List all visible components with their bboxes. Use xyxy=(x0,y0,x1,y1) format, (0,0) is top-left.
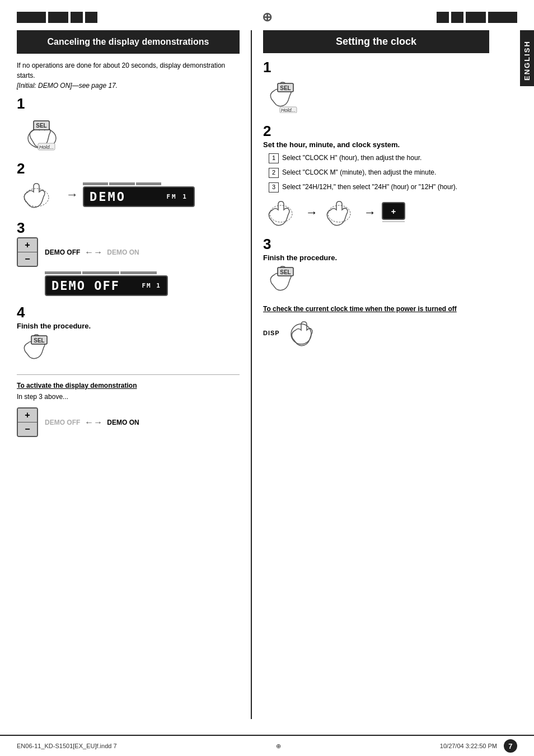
right-inner: ENGLISH Setting the clock 1 SEL Hold... … xyxy=(263,30,517,348)
right-step-3: 3 Finish the procedure. SEL xyxy=(263,237,489,297)
right-column: ENGLISH Setting the clock 1 SEL Hold... … xyxy=(252,30,517,719)
bar-block xyxy=(451,12,463,23)
right-step-3-text: Finish the procedure. xyxy=(263,253,489,262)
top-bar: ⊕ xyxy=(0,0,534,30)
toggle-arrow-icon: ←→ xyxy=(85,247,102,257)
display-demo-text: DEMO xyxy=(90,190,126,204)
intro-text: If no operations are done for about 20 s… xyxy=(17,60,240,91)
disp-label: DISP xyxy=(263,330,280,336)
bottom-bar-right-text: 10/27/04 3:22:50 PM xyxy=(440,743,497,749)
plus-button[interactable]: + xyxy=(18,238,37,252)
sub-steps: 1 Select "CLOCK H" (hour), then adjust t… xyxy=(269,153,489,192)
activate-demo-off: DEMO OFF xyxy=(45,419,80,426)
svg-text:SEL: SEL xyxy=(36,123,46,129)
display-fm-label-2: FM 1 xyxy=(142,282,162,289)
left-section-title: Canceling the display demonstrations xyxy=(17,30,240,54)
sub-step-2-num: 2 xyxy=(269,168,279,178)
demo-toggle: DEMO OFF ←→ DEMO ON xyxy=(45,247,139,257)
sub-step-1-text: Select "CLOCK H" (hour), then adjust the… xyxy=(282,153,421,163)
right-step-3-num: 3 xyxy=(263,237,489,251)
step-1: 1 SEL Hold... xyxy=(17,96,240,152)
left-divider xyxy=(17,374,240,375)
main-content: Canceling the display demonstrations If … xyxy=(0,30,534,719)
bar-block xyxy=(71,12,83,23)
clock-hand-svg-1 xyxy=(263,197,302,228)
sub-step-2-text: Select "CLOCK M" (minute), then adjust t… xyxy=(282,168,436,178)
right-step-2-num: 2 xyxy=(263,124,489,138)
bar-block xyxy=(488,12,517,23)
svg-text:SEL: SEL xyxy=(280,269,291,275)
display-fm-label: FM 1 xyxy=(167,193,189,200)
right-step-1-sel-illustration: SEL Hold... xyxy=(263,77,308,113)
left-column: Canceling the display demonstrations If … xyxy=(17,30,252,719)
demo-on-label: DEMO ON xyxy=(107,248,139,256)
sub-step-3: 3 Select "24H/12H," then select "24H" (h… xyxy=(269,182,489,192)
svg-text:Hold...: Hold... xyxy=(281,107,296,113)
sub-step-3-text: Select "24H/12H," then select "24H" (hou… xyxy=(282,182,457,192)
center-cross-icon: ⊕ xyxy=(262,10,272,25)
right-section-title: Setting the clock xyxy=(263,30,489,53)
clock-arrow-1: → xyxy=(306,205,318,220)
right-step-1-num: 1 xyxy=(263,60,489,74)
bar-block xyxy=(48,12,68,23)
bottom-bar: EN06-11_KD-S1501[EX_EU]f.indd 7 ⊕ 10/27/… xyxy=(0,735,534,756)
bar-block xyxy=(17,12,46,23)
svg-point-5 xyxy=(24,189,49,206)
step-4-sel-illustration: SEL xyxy=(17,330,62,364)
step-2-arrow: → xyxy=(66,187,78,202)
display-demo-off-text: DEMO OFF xyxy=(51,279,120,293)
demo-off-label: DEMO OFF xyxy=(45,248,80,256)
clock-hands-row: → → + xyxy=(263,197,489,228)
activate-plus-minus: + − xyxy=(17,407,38,437)
svg-text:SEL: SEL xyxy=(280,85,291,91)
activate-demo-toggle: DEMO OFF ←→ DEMO ON xyxy=(45,417,139,428)
right-step-3-sel-illustration: SEL xyxy=(263,262,308,295)
plus-minus-buttons: + − xyxy=(17,237,38,267)
svg-text:+: + xyxy=(391,207,396,216)
step-4-text: Finish the procedure. xyxy=(17,322,240,330)
step-2-illustration: → DEMO FM 1 xyxy=(17,178,240,212)
top-bar-right xyxy=(437,12,517,23)
bottom-bar-left-text: EN06-11_KD-S1501[EX_EU]f.indd 7 xyxy=(17,743,117,749)
right-step-1: 1 SEL Hold... xyxy=(263,60,489,115)
activate-section: To activate the display demonstration In… xyxy=(17,382,240,437)
right-step-2-heading: Set the hour, minute, and clock system. xyxy=(263,140,489,149)
sub-step-1: 1 Select "CLOCK H" (hour), then adjust t… xyxy=(269,153,489,163)
sub-step-1-num: 1 xyxy=(269,153,279,163)
activate-toggle-arrow: ←→ xyxy=(85,417,102,428)
step-4-num: 4 xyxy=(17,305,240,320)
sub-step-2: 2 Select "CLOCK M" (minute), then adjust… xyxy=(269,168,489,178)
activate-demo-on: DEMO ON xyxy=(107,419,139,426)
step-1-hand-illustration: SEL Hold... xyxy=(17,113,67,152)
step-4: 4 Finish the procedure. SEL xyxy=(17,305,240,365)
bar-block xyxy=(85,12,97,23)
activate-plus-btn[interactable]: + xyxy=(18,408,37,422)
step-1-num: 1 xyxy=(17,96,240,111)
check-heading: To check the current clock time when the… xyxy=(263,305,489,313)
bar-block xyxy=(437,12,449,23)
clock-arrow-2: → xyxy=(364,205,376,220)
page-number: 7 xyxy=(504,739,517,753)
clock-display-svg: + xyxy=(380,197,407,228)
activate-heading: To activate the display demonstration xyxy=(17,382,240,389)
disp-button-illustration xyxy=(284,317,318,348)
step-3-num: 3 xyxy=(17,220,240,235)
sub-step-3-num: 3 xyxy=(269,182,279,192)
bar-block xyxy=(466,12,486,23)
step-1-sel-wrap: SEL Hold... xyxy=(17,113,240,152)
check-section: To check the current clock time when the… xyxy=(263,305,489,348)
step-3: 3 + − DEMO OFF ←→ DEMO ON xyxy=(17,220,240,296)
step-2-hand-svg xyxy=(17,178,62,212)
activate-minus-btn[interactable]: − xyxy=(18,422,37,436)
step-2-num: 2 xyxy=(17,161,240,176)
clock-hand-svg-2 xyxy=(321,197,360,228)
right-step-2: 2 Set the hour, minute, and clock system… xyxy=(263,124,489,228)
top-bar-left xyxy=(17,12,97,23)
minus-button[interactable]: − xyxy=(18,252,37,266)
step-2: 2 → DEMO FM 1 xyxy=(17,161,240,212)
activate-text: In step 3 above... xyxy=(17,392,240,402)
svg-text:Hold...: Hold... xyxy=(39,144,54,150)
english-tab: ENGLISH xyxy=(520,30,534,86)
svg-text:SEL: SEL xyxy=(34,337,44,344)
bottom-bar-center-symbol: ⊕ xyxy=(276,743,281,750)
